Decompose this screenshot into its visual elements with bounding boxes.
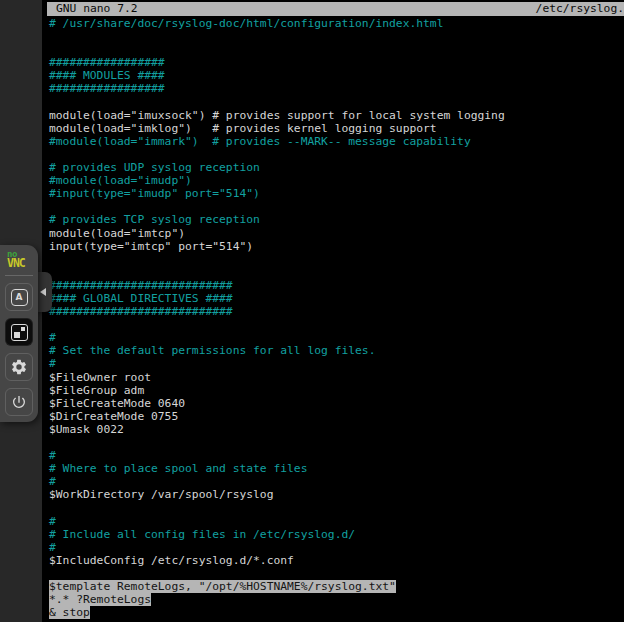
editor-line: [49, 253, 505, 266]
editor-line: #: [49, 331, 505, 344]
editor-line: $DirCreateMode 0755: [49, 410, 505, 423]
fullscreen-icon: [11, 324, 28, 341]
editor-line: #: [49, 449, 505, 462]
editor-line: input(type="imtcp" port="514"): [49, 240, 505, 253]
editor-line: [49, 30, 505, 43]
editor-line: $WorkDirectory /var/spool/rsyslog: [49, 488, 505, 501]
novnc-logo: no VNC: [0, 245, 38, 272]
editor-line: module(load="imuxsock") # provides suppo…: [49, 109, 505, 122]
power-button[interactable]: [5, 388, 33, 416]
nano-app-title: GNU nano 7.2: [47, 2, 138, 16]
editor-line: #### MODULES ####: [49, 69, 505, 82]
editor-line: [49, 43, 505, 56]
collapse-arrow-icon: [40, 288, 46, 296]
editor-line: # provides UDP syslog reception: [49, 161, 505, 174]
editor-line: [49, 200, 505, 213]
editor-line: $Umask 0022: [49, 423, 505, 436]
editor-line: # /usr/share/doc/rsyslog-doc/html/config…: [49, 17, 505, 30]
editor-line: module(load="imtcp"): [49, 227, 505, 240]
editor-line: # Set the default permissions for all lo…: [49, 344, 505, 357]
editor-line: #module(load="immark") # provides --MARK…: [49, 135, 505, 148]
editor-line: [49, 96, 505, 109]
editor-line: [49, 318, 505, 331]
editor-line: [49, 501, 505, 514]
editor-line: module(load="imklog") # provides kernel …: [49, 122, 505, 135]
editor-line: $IncludeConfig /etc/rsyslog.d/*.conf: [49, 554, 505, 567]
nano-titlebar: GNU nano 7.2 /etc/rsyslog.: [47, 2, 624, 16]
editor-line: #input(type="imudp" port="514"): [49, 187, 505, 200]
terminal-window[interactable]: GNU nano 7.2 /etc/rsyslog. # /usr/share/…: [42, 0, 624, 622]
settings-button[interactable]: [5, 353, 33, 381]
editor-line: *.* ?RemoteLogs: [49, 593, 505, 606]
editor-line: & stop: [49, 606, 505, 619]
nano-file-path: /etc/rsyslog.: [536, 2, 624, 16]
editor-line: #: [49, 515, 505, 528]
editor-line: $FileOwner root: [49, 371, 505, 384]
novnc-control-bar: no VNC A: [0, 245, 38, 422]
editor-line: # Include all config files in /etc/rsysl…: [49, 528, 505, 541]
power-icon: [11, 394, 27, 410]
editor-line: # Where to place spool and state files: [49, 462, 505, 475]
panel-divider: [5, 275, 33, 276]
editor-line: $FileGroup adm: [49, 384, 505, 397]
control-buttons: A: [0, 283, 38, 416]
editor-line: [49, 567, 505, 580]
control-bar-handle[interactable]: [36, 272, 52, 312]
editor-line: #################: [49, 56, 505, 69]
editor-line: [49, 148, 505, 161]
editor-line: [49, 436, 505, 449]
editor-line: #: [49, 357, 505, 370]
editor-area[interactable]: # /usr/share/doc/rsyslog-doc/html/config…: [49, 17, 505, 619]
editor-line: #################: [49, 82, 505, 95]
editor-line: #: [49, 475, 505, 488]
fullscreen-button[interactable]: [5, 318, 33, 346]
editor-line: #module(load="imudp"): [49, 174, 505, 187]
gear-icon: [10, 358, 28, 376]
editor-line: #### GLOBAL DIRECTIVES ####: [49, 292, 505, 305]
keyboard-icon: A: [11, 289, 28, 306]
editor-line: [49, 266, 505, 279]
editor-line: # provides TCP syslog reception: [49, 213, 505, 226]
editor-line: ###########################: [49, 305, 505, 318]
keyboard-button[interactable]: A: [5, 283, 33, 311]
editor-line: $template RemoteLogs, "/opt/%HOSTNAME%/r…: [49, 580, 505, 593]
novnc-logo-vnc-text: VNC: [7, 258, 38, 269]
editor-line: ###########################: [49, 279, 505, 292]
keyboard-icon-glyph: A: [16, 293, 23, 302]
editor-line: $FileCreateMode 0640: [49, 397, 505, 410]
editor-line: #: [49, 541, 505, 554]
